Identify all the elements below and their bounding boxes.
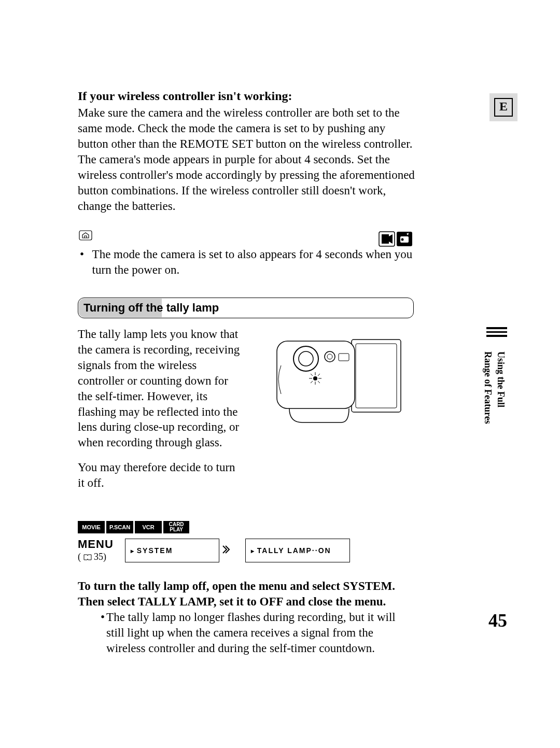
instruction-bold: To turn the tally lamp off, open the men…	[78, 578, 414, 610]
language-badge-letter: E	[494, 98, 513, 117]
side-line-2: Range of Features	[482, 351, 493, 424]
instructions-block: To turn the tally lamp off, open the men…	[78, 578, 414, 656]
mode-chip-pscan: P.SCAN	[106, 521, 133, 533]
side-line-1: Using the Full	[495, 351, 506, 424]
menu-path-row: MENU ( 35) SYSTEM TALLY LAMP··ON	[78, 538, 415, 563]
main-content: If your wireless controller isn't workin…	[78, 88, 415, 656]
menu-ref-number: 35	[94, 552, 103, 562]
svg-point-7	[327, 354, 332, 359]
section-heading-bar: Turning off the tally lamp	[78, 298, 414, 318]
menu-step-tally: TALLY LAMP··ON	[245, 539, 350, 562]
tally-para-2: You may therefore decide to turn it off.	[78, 460, 244, 491]
tally-description: The tally lamp lets you know that the ca…	[78, 327, 244, 491]
section-mode-icons	[379, 231, 413, 251]
bullet-dot: •	[99, 610, 106, 656]
troubleshoot-body: Make sure the camera and the wireless co…	[78, 105, 415, 214]
mode-chip-vcr: VCR	[135, 521, 162, 533]
tally-para-1: The tally lamp lets you know that the ca…	[78, 327, 244, 450]
menu-step-system: SYSTEM	[125, 539, 219, 562]
menu-label: MENU	[78, 538, 114, 551]
svg-rect-19	[382, 234, 389, 244]
instruction-bullet-text: The tally lamp no longer flashes during …	[106, 610, 414, 656]
page-number: 45	[488, 610, 507, 631]
svg-point-9	[313, 376, 317, 380]
bullet-dot: •	[78, 247, 92, 278]
mode-chip-movie: MOVIE	[78, 521, 105, 533]
two-column-layout: The tally lamp lets you know that the ca…	[78, 327, 414, 491]
sidebar-divider	[486, 327, 507, 339]
svg-point-22	[401, 238, 404, 241]
section-tab-label: Range of Features Using the Full	[482, 351, 506, 424]
instruction-bullet: • The tally lamp no longer flashes durin…	[99, 610, 414, 656]
book-icon	[83, 554, 92, 560]
note-icon	[79, 229, 92, 245]
svg-rect-2	[356, 344, 397, 408]
menu-step-tally-label: TALLY LAMP··ON	[251, 546, 331, 555]
svg-rect-8	[339, 354, 349, 361]
mode-chips: MOVIE P.SCAN VCR CARD PLAY	[78, 521, 415, 533]
manual-page: E If your wireless controller isn't work…	[0, 0, 560, 748]
menu-block: MENU ( 35)	[78, 538, 114, 563]
camcorder-illustration	[258, 327, 414, 428]
svg-rect-0	[79, 231, 92, 240]
menu-page-ref: ( 35)	[78, 551, 114, 563]
camcorder-illustration-wrap	[258, 327, 414, 491]
troubleshoot-heading: If your wireless controller isn't workin…	[78, 88, 415, 104]
menu-arrow-icon	[221, 544, 232, 556]
mode-chip-play: PLAY	[170, 527, 183, 532]
language-badge: E	[489, 93, 517, 121]
note-bullet: • The mode the camera is set to also app…	[78, 247, 415, 278]
svg-point-5	[299, 351, 313, 366]
mode-chip-card-play: CARD PLAY	[163, 521, 189, 533]
note-text: The mode the camera is set to also appea…	[92, 247, 415, 278]
section-title: Turning off the tally lamp	[83, 301, 219, 316]
menu-step-system-label: SYSTEM	[131, 546, 173, 555]
